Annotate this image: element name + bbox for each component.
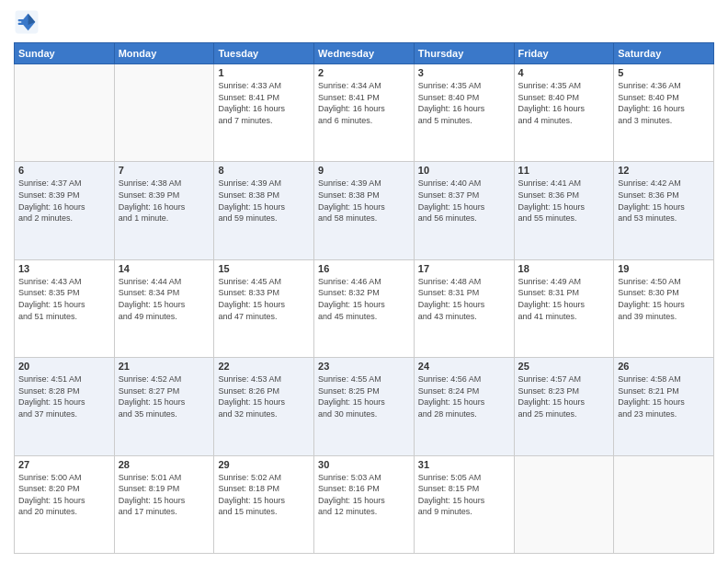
calendar-cell: 16Sunrise: 4:46 AM Sunset: 8:32 PM Dayli…	[314, 259, 415, 357]
calendar-cell: 10Sunrise: 4:40 AM Sunset: 8:37 PM Dayli…	[414, 162, 514, 259]
calendar-cell: 11Sunrise: 4:41 AM Sunset: 8:36 PM Dayli…	[514, 162, 614, 259]
day-info: Sunrise: 5:02 AM Sunset: 8:18 PM Dayligh…	[218, 472, 310, 518]
day-info: Sunrise: 4:39 AM Sunset: 8:38 PM Dayligh…	[318, 178, 410, 224]
day-number: 27	[18, 459, 110, 470]
day-info: Sunrise: 4:34 AM Sunset: 8:41 PM Dayligh…	[318, 80, 410, 126]
week-row-4: 20Sunrise: 4:51 AM Sunset: 8:28 PM Dayli…	[15, 358, 714, 455]
day-info: Sunrise: 4:42 AM Sunset: 8:36 PM Dayligh…	[618, 178, 710, 224]
day-info: Sunrise: 4:33 AM Sunset: 8:41 PM Dayligh…	[218, 80, 310, 126]
weekday-friday: Friday	[514, 43, 614, 64]
day-number: 30	[318, 459, 410, 470]
calendar-cell: 29Sunrise: 5:02 AM Sunset: 8:18 PM Dayli…	[214, 455, 314, 553]
day-number: 6	[18, 165, 110, 176]
weekday-tuesday: Tuesday	[214, 43, 314, 64]
svg-rect-4	[18, 23, 26, 25]
page: SundayMondayTuesdayWednesdayThursdayFrid…	[0, 0, 728, 563]
day-info: Sunrise: 4:50 AM Sunset: 8:30 PM Dayligh…	[618, 276, 710, 322]
weekday-thursday: Thursday	[414, 43, 514, 64]
calendar-cell: 3Sunrise: 4:35 AM Sunset: 8:40 PM Daylig…	[414, 64, 514, 162]
calendar-cell: 2Sunrise: 4:34 AM Sunset: 8:41 PM Daylig…	[314, 64, 415, 162]
logo	[14, 9, 43, 35]
calendar-cell	[614, 455, 714, 553]
day-number: 9	[318, 165, 410, 176]
calendar-cell: 5Sunrise: 4:36 AM Sunset: 8:40 PM Daylig…	[614, 64, 714, 162]
day-number: 18	[518, 263, 610, 274]
day-number: 17	[418, 263, 510, 274]
day-info: Sunrise: 4:36 AM Sunset: 8:40 PM Dayligh…	[618, 80, 710, 126]
calendar-cell: 27Sunrise: 5:00 AM Sunset: 8:20 PM Dayli…	[15, 455, 115, 553]
week-row-1: 1Sunrise: 4:33 AM Sunset: 8:41 PM Daylig…	[15, 64, 714, 162]
day-number: 24	[418, 361, 510, 372]
calendar-cell: 22Sunrise: 4:53 AM Sunset: 8:26 PM Dayli…	[214, 358, 314, 455]
day-number: 21	[119, 361, 210, 372]
day-info: Sunrise: 4:40 AM Sunset: 8:37 PM Dayligh…	[418, 178, 510, 224]
calendar-cell: 28Sunrise: 5:01 AM Sunset: 8:19 PM Dayli…	[114, 455, 214, 553]
day-info: Sunrise: 4:39 AM Sunset: 8:38 PM Dayligh…	[218, 178, 310, 224]
day-info: Sunrise: 4:45 AM Sunset: 8:33 PM Dayligh…	[218, 276, 310, 322]
day-info: Sunrise: 5:00 AM Sunset: 8:20 PM Dayligh…	[18, 472, 110, 518]
day-info: Sunrise: 4:51 AM Sunset: 8:28 PM Dayligh…	[18, 373, 110, 419]
day-number: 25	[518, 361, 610, 372]
day-number: 20	[18, 361, 110, 372]
day-number: 3	[418, 67, 510, 78]
calendar-cell: 30Sunrise: 5:03 AM Sunset: 8:16 PM Dayli…	[314, 455, 415, 553]
day-info: Sunrise: 4:49 AM Sunset: 8:31 PM Dayligh…	[518, 276, 610, 322]
day-info: Sunrise: 4:46 AM Sunset: 8:32 PM Dayligh…	[318, 276, 410, 322]
day-info: Sunrise: 4:52 AM Sunset: 8:27 PM Dayligh…	[119, 373, 210, 419]
day-info: Sunrise: 5:03 AM Sunset: 8:16 PM Dayligh…	[318, 472, 410, 518]
day-number: 19	[618, 263, 710, 274]
day-info: Sunrise: 4:48 AM Sunset: 8:31 PM Dayligh…	[418, 276, 510, 322]
header	[14, 9, 714, 35]
calendar-cell	[514, 455, 614, 553]
calendar-cell: 24Sunrise: 4:56 AM Sunset: 8:24 PM Dayli…	[414, 358, 514, 455]
calendar-cell	[15, 64, 115, 162]
weekday-sunday: Sunday	[15, 43, 115, 64]
day-info: Sunrise: 4:55 AM Sunset: 8:25 PM Dayligh…	[318, 373, 410, 419]
logo-icon	[14, 9, 40, 35]
day-number: 5	[618, 67, 710, 78]
calendar-cell	[114, 64, 214, 162]
day-info: Sunrise: 4:38 AM Sunset: 8:39 PM Dayligh…	[119, 178, 210, 224]
day-number: 14	[119, 263, 210, 274]
day-number: 31	[418, 459, 510, 470]
calendar-cell: 15Sunrise: 4:45 AM Sunset: 8:33 PM Dayli…	[214, 259, 314, 357]
day-info: Sunrise: 4:53 AM Sunset: 8:26 PM Dayligh…	[218, 373, 310, 419]
day-info: Sunrise: 4:41 AM Sunset: 8:36 PM Dayligh…	[518, 178, 610, 224]
day-number: 2	[318, 67, 410, 78]
weekday-monday: Monday	[114, 43, 214, 64]
week-row-3: 13Sunrise: 4:43 AM Sunset: 8:35 PM Dayli…	[15, 259, 714, 357]
calendar-cell: 4Sunrise: 4:35 AM Sunset: 8:40 PM Daylig…	[514, 64, 614, 162]
calendar-cell: 18Sunrise: 4:49 AM Sunset: 8:31 PM Dayli…	[514, 259, 614, 357]
weekday-wednesday: Wednesday	[314, 43, 415, 64]
calendar-cell: 21Sunrise: 4:52 AM Sunset: 8:27 PM Dayli…	[114, 358, 214, 455]
weekday-saturday: Saturday	[614, 43, 714, 64]
calendar-cell: 6Sunrise: 4:37 AM Sunset: 8:39 PM Daylig…	[15, 162, 115, 259]
day-info: Sunrise: 4:43 AM Sunset: 8:35 PM Dayligh…	[18, 276, 110, 322]
calendar-table: SundayMondayTuesdayWednesdayThursdayFrid…	[14, 42, 714, 554]
day-number: 29	[218, 459, 310, 470]
day-number: 7	[119, 165, 210, 176]
day-number: 15	[218, 263, 310, 274]
week-row-5: 27Sunrise: 5:00 AM Sunset: 8:20 PM Dayli…	[15, 455, 714, 553]
calendar-cell: 25Sunrise: 4:57 AM Sunset: 8:23 PM Dayli…	[514, 358, 614, 455]
calendar-cell: 12Sunrise: 4:42 AM Sunset: 8:36 PM Dayli…	[614, 162, 714, 259]
day-info: Sunrise: 4:58 AM Sunset: 8:21 PM Dayligh…	[618, 373, 710, 419]
calendar-cell: 14Sunrise: 4:44 AM Sunset: 8:34 PM Dayli…	[114, 259, 214, 357]
calendar-cell: 23Sunrise: 4:55 AM Sunset: 8:25 PM Dayli…	[314, 358, 415, 455]
day-info: Sunrise: 4:44 AM Sunset: 8:34 PM Dayligh…	[119, 276, 210, 322]
calendar-cell: 13Sunrise: 4:43 AM Sunset: 8:35 PM Dayli…	[15, 259, 115, 357]
day-info: Sunrise: 4:56 AM Sunset: 8:24 PM Dayligh…	[418, 373, 510, 419]
calendar-cell: 20Sunrise: 4:51 AM Sunset: 8:28 PM Dayli…	[15, 358, 115, 455]
day-number: 1	[218, 67, 310, 78]
day-info: Sunrise: 4:35 AM Sunset: 8:40 PM Dayligh…	[518, 80, 610, 126]
day-number: 13	[18, 263, 110, 274]
day-info: Sunrise: 4:57 AM Sunset: 8:23 PM Dayligh…	[518, 373, 610, 419]
svg-rect-3	[18, 19, 28, 21]
calendar-cell: 19Sunrise: 4:50 AM Sunset: 8:30 PM Dayli…	[614, 259, 714, 357]
calendar-cell: 1Sunrise: 4:33 AM Sunset: 8:41 PM Daylig…	[214, 64, 314, 162]
calendar-cell: 8Sunrise: 4:39 AM Sunset: 8:38 PM Daylig…	[214, 162, 314, 259]
day-info: Sunrise: 4:37 AM Sunset: 8:39 PM Dayligh…	[18, 178, 110, 224]
day-number: 4	[518, 67, 610, 78]
day-number: 26	[618, 361, 710, 372]
week-row-2: 6Sunrise: 4:37 AM Sunset: 8:39 PM Daylig…	[15, 162, 714, 259]
